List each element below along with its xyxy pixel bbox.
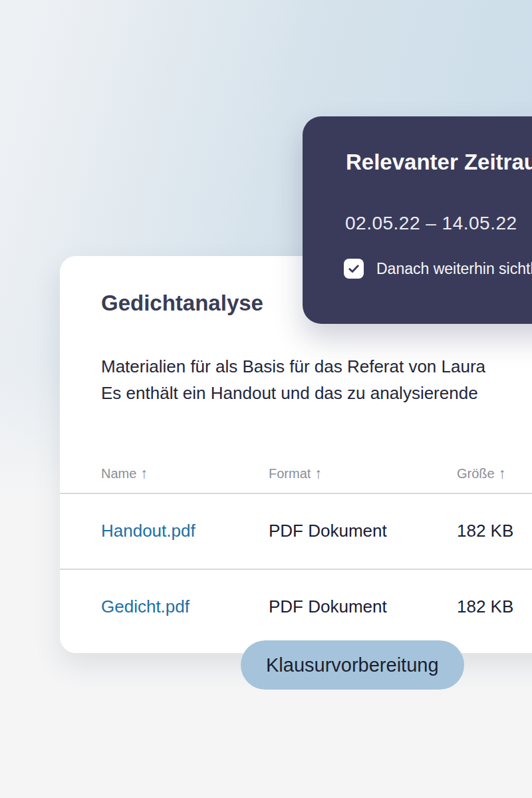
period-card: Relevanter Zeitraum 02.05.22 – 14.05.22 … bbox=[303, 116, 532, 324]
file-size: 182 KB bbox=[457, 521, 532, 541]
description-line-2: Es enthält ein Handout und das zu analys… bbox=[101, 380, 485, 406]
visibility-checkbox-row: Danach weiterhin sichtbar bbox=[344, 259, 532, 279]
period-card-title: Relevanter Zeitraum bbox=[346, 150, 532, 175]
file-link-gedicht[interactable]: Gedicht.pdf bbox=[101, 597, 190, 616]
table-row: Handout.pdf PDF Dokument 182 KB bbox=[60, 493, 532, 569]
sort-ascending-icon[interactable]: ↑ bbox=[315, 465, 322, 481]
column-header-size-label: Größe bbox=[457, 466, 495, 481]
file-table-header: Name↑ Format↑ Größe↑ bbox=[60, 454, 532, 493]
file-link-handout[interactable]: Handout.pdf bbox=[101, 521, 196, 541]
column-header-format[interactable]: Format↑ bbox=[269, 465, 457, 482]
table-row: Gedicht.pdf PDF Dokument 182 KB bbox=[60, 569, 532, 644]
file-format: PDF Dokument bbox=[269, 597, 457, 617]
column-header-name[interactable]: Name↑ bbox=[101, 465, 269, 482]
file-size: 182 KB bbox=[457, 597, 532, 617]
sort-ascending-icon[interactable]: ↑ bbox=[499, 465, 506, 481]
description-line-1: Materialien für als Basis für das Refera… bbox=[101, 353, 485, 380]
visibility-checkbox-label: Danach weiterhin sichtbar bbox=[376, 260, 532, 278]
visibility-checkbox[interactable] bbox=[344, 259, 364, 279]
tag-pill-label: Klausurvorbereitung bbox=[266, 654, 439, 676]
date-range: 02.05.22 – 14.05.22 bbox=[345, 213, 517, 234]
column-header-format-label: Format bbox=[269, 466, 311, 481]
material-card-description: Materialien für als Basis für das Refera… bbox=[101, 353, 485, 406]
sort-ascending-icon[interactable]: ↑ bbox=[140, 465, 148, 481]
column-header-size[interactable]: Größe↑ bbox=[457, 465, 532, 482]
material-card-title: Gedichtanalyse bbox=[101, 291, 263, 316]
checkmark-icon bbox=[347, 262, 360, 275]
column-header-name-label: Name bbox=[101, 466, 136, 481]
file-format: PDF Dokument bbox=[269, 521, 457, 541]
tag-pill-klausurvorbereitung[interactable]: Klausurvorbereitung bbox=[241, 640, 464, 690]
